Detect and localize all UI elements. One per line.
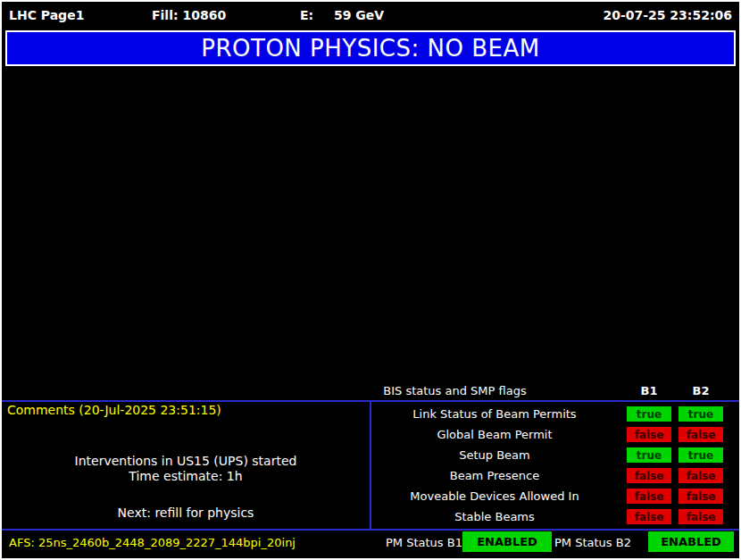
comment-line: Interventions in US15 (UPS) started: [2, 454, 370, 468]
afs-scheme: AFS: 25ns_2460b_2448_2089_2227_144bpi_20…: [9, 536, 296, 549]
page-title: LHC Page1: [9, 8, 84, 22]
flag-label: Stable Beams: [370, 510, 620, 523]
flag-value-b2: false: [679, 468, 723, 483]
flag-row: Link Status of Beam Permits true true: [370, 404, 723, 424]
top-header-bar: LHC Page1 Fill: 10860 E: 59 GeV 20-07-25…: [7, 5, 734, 27]
flag-row: Stable Beams false false: [370, 506, 723, 527]
flag-value-b1: false: [627, 468, 671, 483]
flag-value-b2: false: [679, 427, 723, 442]
comments-title: Comments (20-Jul-2025 23:51:15): [7, 403, 221, 417]
bis-title: BIS status and SMP flags: [372, 384, 537, 397]
flag-value-b2: false: [679, 489, 723, 504]
comment-line: Next: refill for physics: [2, 506, 370, 520]
beam-mode-text: PROTON PHYSICS: NO BEAM: [201, 35, 539, 62]
flag-value-b1: false: [627, 509, 671, 524]
pm-status-b2-label: PM Status B2: [554, 536, 631, 549]
datetime: 20-07-25 23:52:06: [603, 8, 732, 22]
column-header-b1: B1: [627, 384, 671, 397]
footer-bar: AFS: 25ns_2460b_2448_2089_2227_144bpi_20…: [2, 531, 739, 556]
flag-row: Global Beam Permit false false: [370, 424, 723, 445]
comment-line: Time estimate: 1h: [2, 469, 370, 483]
flag-value-b2: true: [679, 447, 723, 463]
fill-number: Fill: 10860: [152, 8, 226, 22]
lhc-page1-screen: LHC Page1 Fill: 10860 E: 59 GeV 20-07-25…: [0, 0, 741, 560]
flag-value-b1: false: [627, 427, 671, 442]
flag-label: Setup Beam: [370, 448, 620, 462]
energy-value: 59 GeV: [334, 8, 384, 22]
flag-row: Moveable Devices Allowed In false false: [370, 486, 723, 506]
flag-label: Beam Presence: [370, 469, 620, 482]
pm-status-b1-value: ENABLED: [462, 531, 552, 552]
pm-status-b2-value: ENABLED: [648, 531, 734, 552]
flag-label: Global Beam Permit: [370, 428, 620, 441]
energy-label: E:: [300, 8, 313, 22]
flag-label: Moveable Devices Allowed In: [370, 489, 620, 503]
pm-status-b1-label: PM Status B1: [386, 536, 462, 549]
column-header-b2: B2: [679, 384, 723, 397]
bis-header-row: BIS status and SMP flags B1 B2: [2, 384, 739, 400]
flag-value-b1: false: [627, 489, 671, 504]
flag-value-b2: false: [679, 509, 723, 524]
flag-value-b1: true: [627, 447, 671, 463]
plot-area: [5, 70, 736, 380]
flag-value-b1: true: [627, 406, 671, 422]
flag-value-b2: true: [679, 406, 723, 422]
flag-row: Beam Presence false false: [370, 465, 723, 486]
flag-label: Link Status of Beam Permits: [370, 407, 620, 421]
flag-row: Setup Beam true true: [370, 445, 723, 465]
beam-mode-banner: PROTON PHYSICS: NO BEAM: [5, 30, 736, 66]
